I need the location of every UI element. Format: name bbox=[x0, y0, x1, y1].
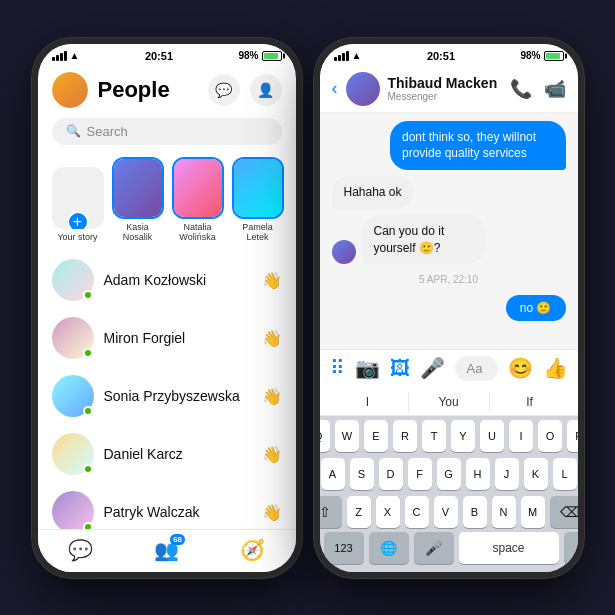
grid-icon[interactable]: ⠿ bbox=[330, 356, 345, 380]
wifi-icon: ▲ bbox=[70, 50, 80, 61]
contact-item-daniel[interactable]: Daniel Karcz 👋 bbox=[38, 425, 296, 483]
mic-icon[interactable]: 🎤 bbox=[420, 356, 445, 380]
shift-key[interactable]: ⇧ bbox=[320, 496, 342, 528]
key-v[interactable]: V bbox=[434, 496, 458, 528]
call-button[interactable]: 📞 bbox=[510, 78, 532, 100]
key-l[interactable]: L bbox=[553, 458, 577, 490]
video-call-button[interactable]: 📹 bbox=[544, 78, 566, 100]
wave-icon-patryk[interactable]: 👋 bbox=[262, 503, 282, 522]
chat-icon-btn[interactable]: 💬 bbox=[208, 74, 240, 106]
msg-bubble-received-2: Can you do it yourself 🙂? bbox=[362, 215, 486, 265]
key-u[interactable]: U bbox=[480, 420, 504, 452]
key-h[interactable]: H bbox=[466, 458, 490, 490]
key-s[interactable]: S bbox=[350, 458, 374, 490]
key-x[interactable]: X bbox=[376, 496, 400, 528]
wave-icon-sonia[interactable]: 👋 bbox=[262, 387, 282, 406]
wave-icon-miron[interactable]: 👋 bbox=[262, 329, 282, 348]
right-battery-fill bbox=[546, 53, 560, 59]
contact-item-miron[interactable]: Miron Forgiel 👋 bbox=[38, 309, 296, 367]
contact-item-adam[interactable]: Adam Kozłowski 👋 bbox=[38, 251, 296, 309]
search-bar[interactable]: 🔍 Search bbox=[52, 118, 282, 145]
key-p[interactable]: P bbox=[567, 420, 578, 452]
keyboard-row-1: Q W E R T Y U I O P bbox=[320, 416, 578, 454]
key-e[interactable]: E bbox=[364, 420, 388, 452]
space-key[interactable]: space bbox=[459, 532, 559, 564]
key-m[interactable]: M bbox=[521, 496, 545, 528]
tab-chat[interactable]: 💬 bbox=[68, 538, 93, 562]
contact-name-sonia: Sonia Przybyszewska bbox=[104, 388, 252, 404]
online-dot-miron bbox=[83, 348, 93, 358]
message-input[interactable]: Aa bbox=[455, 356, 498, 381]
right-phone: ▲ 20:51 98% ‹ Thibaud Macken Messenger bbox=[314, 38, 584, 578]
left-screen: ▲ 20:51 98% People bbox=[38, 44, 296, 572]
chat-contact-name: Thibaud Macken bbox=[388, 75, 502, 91]
profile-avatar[interactable] bbox=[52, 72, 88, 108]
right-battery-icon bbox=[544, 51, 564, 61]
num-key[interactable]: 123 bbox=[324, 532, 364, 564]
contact-name-adam: Adam Kozłowski bbox=[104, 272, 252, 288]
key-f[interactable]: F bbox=[408, 458, 432, 490]
camera-icon[interactable]: 📷 bbox=[355, 356, 380, 380]
msg-row-received-1: Hahaha ok bbox=[332, 176, 566, 209]
story-item-kasia[interactable]: Kasia Nosalik bbox=[112, 157, 164, 244]
msg-row-sent-1: dont think so, they willnot provide qual… bbox=[332, 121, 566, 171]
key-j[interactable]: J bbox=[495, 458, 519, 490]
contact-item-patryk[interactable]: Patryk Walczak 👋 bbox=[38, 483, 296, 528]
timestamp-label: 5 APR, 22:10 bbox=[332, 274, 566, 285]
wave-icon-daniel[interactable]: 👋 bbox=[262, 445, 282, 464]
return-key[interactable]: return bbox=[564, 532, 578, 564]
add-story-btn[interactable]: + bbox=[67, 211, 89, 229]
key-y[interactable]: Y bbox=[451, 420, 475, 452]
right-status-left: ▲ bbox=[334, 50, 362, 61]
add-person-btn[interactable]: 👤 bbox=[250, 74, 282, 106]
contact-avatar-adam bbox=[52, 259, 94, 301]
keyboard-mic-key[interactable]: 🎤 bbox=[414, 532, 454, 564]
tab-people[interactable]: 👥 68 bbox=[154, 538, 179, 562]
wave-icon-adam[interactable]: 👋 bbox=[262, 271, 282, 290]
contacts-list: Adam Kozłowski 👋 Miron Forgiel 👋 bbox=[38, 251, 296, 528]
header-left: People bbox=[52, 72, 170, 108]
key-b[interactable]: B bbox=[463, 496, 487, 528]
pamela-thumb bbox=[232, 157, 284, 219]
key-k[interactable]: K bbox=[524, 458, 548, 490]
globe-key[interactable]: 🌐 bbox=[369, 532, 409, 564]
key-g[interactable]: G bbox=[437, 458, 461, 490]
key-c[interactable]: C bbox=[405, 496, 429, 528]
key-q[interactable]: Q bbox=[320, 420, 331, 452]
delete-key[interactable]: ⌫ bbox=[550, 496, 578, 528]
keyboard-suggestions: I You If bbox=[320, 387, 578, 416]
tab-chat-icon: 💬 bbox=[68, 538, 93, 562]
key-a[interactable]: A bbox=[321, 458, 345, 490]
story-item-your[interactable]: + Your story bbox=[52, 167, 104, 243]
right-status-bar: ▲ 20:51 98% bbox=[320, 44, 578, 64]
chat-header: ‹ Thibaud Macken Messenger 📞 📹 bbox=[320, 64, 578, 113]
key-n[interactable]: N bbox=[492, 496, 516, 528]
suggestion-if[interactable]: If bbox=[490, 391, 570, 413]
battery-fill bbox=[264, 53, 278, 59]
emoji-icon[interactable]: 😊 bbox=[508, 356, 533, 380]
back-button[interactable]: ‹ bbox=[332, 78, 338, 99]
suggestion-i[interactable]: I bbox=[328, 391, 408, 413]
contact-item-sonia[interactable]: Sonia Przybyszewska 👋 bbox=[38, 367, 296, 425]
toolbar-row: ⠿ 📷 🖼 🎤 Aa 😊 👍 bbox=[320, 349, 578, 387]
chat-icon: 💬 bbox=[215, 82, 232, 98]
key-t[interactable]: T bbox=[422, 420, 446, 452]
key-z[interactable]: Z bbox=[347, 496, 371, 528]
kasia-bg bbox=[114, 159, 162, 217]
story-item-pamela[interactable]: Pamela Letek bbox=[232, 157, 284, 244]
key-i[interactable]: I bbox=[509, 420, 533, 452]
key-o[interactable]: O bbox=[538, 420, 562, 452]
like-icon[interactable]: 👍 bbox=[543, 356, 568, 380]
photo-icon[interactable]: 🖼 bbox=[390, 357, 410, 380]
key-d[interactable]: D bbox=[379, 458, 403, 490]
key-r[interactable]: R bbox=[393, 420, 417, 452]
key-w[interactable]: W bbox=[335, 420, 359, 452]
tab-discover[interactable]: 🧭 bbox=[240, 538, 265, 562]
your-story-thumb: + bbox=[52, 167, 104, 229]
msg-row-sent-2: no 🙂 bbox=[332, 295, 566, 321]
story-item-natalia[interactable]: Natalia Wolińska bbox=[172, 157, 224, 244]
suggestion-you[interactable]: You bbox=[409, 391, 489, 413]
keyboard: I You If Q W E R T Y U I O P bbox=[320, 387, 578, 572]
header-icons: 💬 👤 bbox=[208, 74, 282, 106]
msg-bubble-sent-1: dont think so, they willnot provide qual… bbox=[390, 121, 566, 171]
